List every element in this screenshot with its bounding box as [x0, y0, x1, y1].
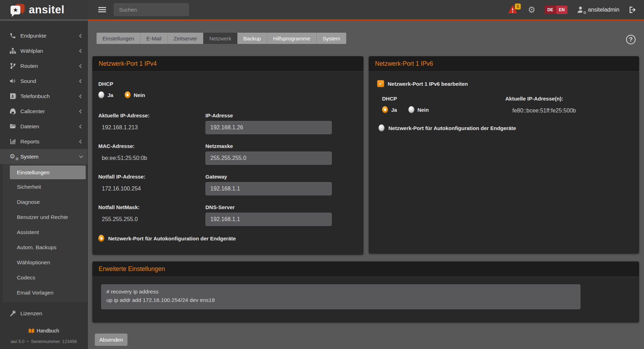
search-input[interactable]: [114, 3, 189, 16]
user-menu[interactable]: ⚙ ansiteladmin: [577, 6, 619, 14]
ipv4-gateway-input[interactable]: [205, 182, 332, 195]
tab-netzwerk[interactable]: Netzwerk: [203, 33, 237, 44]
lang-en-button[interactable]: EN: [556, 6, 568, 14]
gears-icon: ⚙⚙: [9, 153, 16, 160]
lang-de-button[interactable]: DE: [545, 6, 556, 14]
tabbar: Einstellungen E-Mail Zeitserver Netzwerk…: [97, 33, 639, 44]
submenu-item-codecs[interactable]: Codecs: [3, 270, 87, 285]
advanced-settings-textarea[interactable]: # recovery ip address up ip addr add 172…: [101, 284, 580, 309]
submit-button[interactable]: Absenden: [95, 334, 127, 346]
ipv4-dhcp-yes-radio[interactable]: [98, 91, 104, 98]
ipv4-autoconfig: Netzwerk-Port für Autokonfiguration der …: [98, 235, 356, 242]
advanced-panel: Erweiterte Einstellungen # recovery ip a…: [92, 261, 639, 323]
submenu-item-email-vorlagen[interactable]: Email Vorlagen: [3, 285, 87, 300]
sidebar-item-sound[interactable]: Sound: [0, 73, 87, 89]
chevron-left-icon: [79, 124, 83, 128]
logo-text: ansitel: [29, 4, 65, 16]
sidebar-item-callcenter[interactable]: Callcenter: [0, 104, 87, 119]
chart-icon: [9, 138, 16, 145]
submenu-item-assistent[interactable]: Assistent: [3, 225, 87, 240]
user-gear-icon: ⚙: [583, 11, 586, 15]
handbuch-link[interactable]: Handbuch: [0, 328, 87, 334]
ipv6-autoconfig-radio[interactable]: [379, 124, 385, 131]
ipv4-dhcp-label: DHCP: [98, 81, 356, 87]
submenu-item-einstellungen[interactable]: Einstellungen: [10, 166, 86, 179]
ipv4-emergency-mask-value: 255.255.255.0: [98, 216, 205, 222]
help-icon[interactable]: ?: [626, 35, 636, 44]
ipv6-autoconfig: Netzwerk-Port für Autokonfiguration der …: [377, 124, 632, 131]
tab-zeitserver[interactable]: Zeitserver: [168, 33, 204, 44]
language-switch: DE EN: [545, 6, 567, 14]
topbar-actions: 1 ⚙ DE EN ⚙ ansiteladmin: [508, 0, 637, 19]
logout-icon[interactable]: [629, 6, 637, 14]
sidebar-item-telefonbuch[interactable]: Telefonbuch: [0, 89, 87, 104]
settings-gear-icon[interactable]: ⚙: [528, 6, 535, 14]
sidebar-item-waehlplan[interactable]: Wählplan: [0, 43, 87, 58]
ipv4-netmask-input[interactable]: [205, 151, 332, 165]
ipv6-dhcp-yes-radio[interactable]: [382, 106, 388, 113]
star-icon: ★: [13, 7, 18, 13]
ipv4-mac-value: be:ee:51:25:50:0b: [98, 155, 205, 161]
book-icon: [28, 328, 34, 334]
version-label: awi 5.0: [11, 339, 25, 344]
ipv6-edit-checkbox[interactable]: [377, 80, 384, 87]
submenu-item-diagnose[interactable]: Diagnose: [3, 194, 87, 209]
ipv4-dhcp-no-radio[interactable]: [125, 91, 131, 98]
sidebar-item-endpunkte[interactable]: Endpunkte: [0, 28, 87, 43]
hamburger-icon[interactable]: [98, 7, 106, 12]
tab-backup[interactable]: Backup: [237, 33, 267, 44]
ipv6-current-value: fe80::bcee:51ff:fe25:500b: [505, 108, 576, 114]
version-serial: awi 5.0 • Seriennummer: 123456: [0, 339, 87, 344]
logo[interactable]: ★ ansitel: [0, 0, 88, 19]
address-book-icon: [9, 93, 16, 99]
chevron-left-icon: [79, 109, 83, 113]
main-content: ? Einstellungen E-Mail Zeitserver Netzwe…: [88, 21, 644, 349]
ipv4-autoconfig-radio[interactable]: [98, 235, 104, 242]
user-icon: ⚙: [577, 6, 585, 14]
tab-einstellungen[interactable]: Einstellungen: [97, 33, 140, 44]
logo-icon: ★: [10, 3, 26, 17]
chevron-left-icon: [79, 34, 83, 38]
ipv4-row-gateway: Notfall IP-Adresse: 172.16.100.254 Gatew…: [98, 174, 356, 195]
app-root: ★ ansitel 1 ⚙ DE EN: [0, 0, 644, 349]
sidebar-item-reports[interactable]: Reports: [0, 134, 87, 149]
alert-count-badge: 1: [515, 4, 521, 9]
submenu-item-benutzer-und-rechte[interactable]: Benutzer und Rechte: [3, 209, 87, 225]
ipv4-row-dns: Notfall NetMask: 255.255.255.0 DNS-Serve…: [98, 204, 356, 226]
ipv4-ip-input[interactable]: [205, 121, 332, 134]
system-submenu: Einstellungen Sicherheit Diagnose Benutz…: [3, 164, 87, 302]
ipv4-panel-title: Netzwerk-Port 1 IPv4: [92, 56, 363, 72]
ipv4-row-netmask: MAC-Adresse: be:ee:51:25:50:0b Netzmaske: [98, 143, 356, 165]
sitemap-icon: [9, 47, 16, 54]
sidebar-item-system[interactable]: ⚙⚙ System: [0, 149, 87, 164]
tab-email[interactable]: E-Mail: [140, 33, 168, 44]
key-icon: [9, 310, 16, 317]
submenu-item-waehloptionen[interactable]: Wähloptionen: [3, 255, 87, 270]
ipv4-row-ip: Aktuelle IP-Adresse: 192.168.1.213 IP-Ad…: [98, 112, 356, 134]
serial-label: Seriennummer: 123456: [31, 339, 77, 344]
username: ansiteladmin: [588, 7, 619, 13]
phone-icon: [9, 32, 16, 39]
tab-hilfsprogramme[interactable]: Hilfsprogramme: [267, 33, 317, 44]
folder-icon: [9, 123, 16, 130]
ipv6-dhcp-radios: Ja Nein: [382, 106, 505, 113]
ipv4-dhcp-radios: Ja Nein: [98, 91, 356, 98]
ipv6-panel: Netzwerk-Port 1 IPv6 Netzwerk-Port 1 IPv…: [369, 56, 639, 254]
tab-system[interactable]: System: [317, 33, 346, 44]
ipv6-panel-title: Netzwerk-Port 1 IPv6: [369, 56, 639, 72]
submenu-item-autom-backups[interactable]: Autom. Backups: [3, 240, 87, 255]
alerts-button[interactable]: 1: [508, 5, 519, 15]
ipv6-edit-row: Netzwerk-Port 1 IPv6 bearbeiten: [377, 80, 632, 87]
volume-icon: [9, 78, 16, 84]
chevron-left-icon: [79, 94, 83, 98]
ipv4-current-ip-value: 192.168.1.213: [98, 124, 205, 131]
sidebar-item-routen[interactable]: Routen: [0, 58, 87, 73]
sidebar-item-dateien[interactable]: Dateien: [0, 119, 87, 134]
advanced-panel-title: Erweiterte Einstellungen: [92, 261, 639, 277]
sidebar-item-lizenzen[interactable]: Lizenzen: [0, 306, 87, 321]
ipv4-dns-input[interactable]: [205, 213, 332, 226]
submenu-item-sicherheit[interactable]: Sicherheit: [3, 179, 87, 194]
sidebar: Endpunkte Wählplan Routen Sound: [0, 21, 88, 349]
branch-icon: [9, 63, 16, 69]
ipv6-dhcp-no-radio[interactable]: [408, 106, 414, 113]
